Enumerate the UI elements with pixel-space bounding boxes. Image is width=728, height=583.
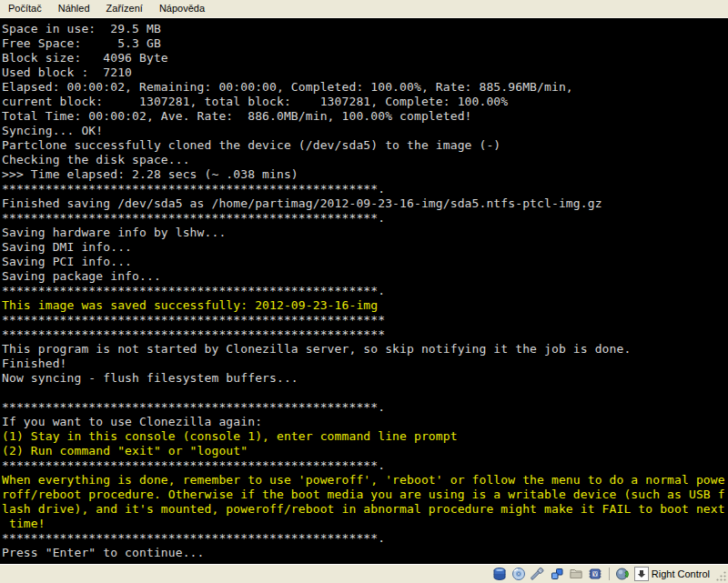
terminal-line: Finished saving /dev/sda5 as /home/parti… <box>2 196 728 211</box>
terminal-line: ****************************************… <box>2 531 728 546</box>
terminal-line: Saving DMI info... <box>2 240 728 255</box>
terminal-line: ****************************************… <box>2 182 728 196</box>
terminal-line: ****************************************… <box>2 284 728 298</box>
vm-console-screen[interactable]: Space in use: 29.5 MBFree Space: 5.3 GBB… <box>0 18 728 564</box>
terminal-line: This program is not started by Clonezill… <box>2 342 728 357</box>
terminal-line: (1) Stay in this console (console 1), en… <box>2 429 728 444</box>
terminal-line: Saving PCI info... <box>2 255 728 269</box>
svg-text:V: V <box>593 571 597 577</box>
menu-bar: Počítač Náhled Zařízení Nápověda <box>0 0 728 18</box>
status-bar-separator <box>609 568 610 580</box>
terminal-line: Syncing... OK! <box>2 124 728 138</box>
hard-disk-icon[interactable] <box>492 567 508 581</box>
shared-folders-icon[interactable] <box>569 567 584 581</box>
terminal-line: time! <box>2 517 728 531</box>
usb-device-icon[interactable] <box>531 567 546 581</box>
terminal-line <box>2 386 728 400</box>
network-adapter-icon[interactable] <box>550 567 565 581</box>
terminal-line: Elapsed: 00:00:02, Remaining: 00:00:00, … <box>2 80 728 95</box>
terminal-line: >>> Time elapsed: 2.28 secs (~ .038 mins… <box>2 167 728 182</box>
terminal-line: ****************************************… <box>2 313 728 327</box>
terminal-line: When everything is done, remember to use… <box>2 473 728 488</box>
terminal-line: Saving package info... <box>2 269 728 284</box>
virtualization-chip-icon[interactable]: V <box>588 567 603 581</box>
terminal-line: ****************************************… <box>2 400 728 415</box>
terminal-line: This image was saved successfully: 2012-… <box>2 298 728 313</box>
terminal-line: (2) Run command "exit" or "logout" <box>2 444 728 458</box>
terminal-line: current block: 1307281, total block: 130… <box>2 95 728 109</box>
menu-computer[interactable]: Počítač <box>0 0 50 17</box>
terminal-line: lash drive), and it's mounted, poweroff/… <box>2 502 728 517</box>
menu-view[interactable]: Náhled <box>50 0 98 17</box>
optical-disc-icon[interactable] <box>511 567 527 581</box>
terminal-line: Press "Enter" to continue... <box>2 546 728 560</box>
terminal-line: Partclone successfully cloned the device… <box>2 138 728 153</box>
auto-resize-icon[interactable] <box>615 567 631 581</box>
terminal-line: Used block : 7210 <box>2 65 728 80</box>
terminal-line: Checking the disk space... <box>2 153 728 167</box>
menu-devices[interactable]: Zařízení <box>98 0 151 17</box>
host-key-state-icon[interactable] <box>634 567 649 581</box>
virtualbox-vm-window: Počítač Náhled Zařízení Nápověda Space i… <box>0 0 728 583</box>
terminal-line: Total Time: 00:00:02, Ave. Rate: 886.0MB… <box>2 109 728 124</box>
status-bar: V Right Control <box>0 564 728 583</box>
host-key-label: Right Control <box>652 568 710 579</box>
terminal-line: Space in use: 29.5 MB <box>2 22 728 36</box>
terminal-line: roff/reboot procedure. Otherwise if the … <box>2 488 728 502</box>
terminal-line: Now syncing - flush filesystem buffers..… <box>2 371 728 386</box>
terminal-line: ****************************************… <box>2 327 728 342</box>
menu-help[interactable]: Nápověda <box>151 0 213 17</box>
terminal-line: Finished! <box>2 357 728 371</box>
terminal-line: Saving hardware info by lshw... <box>2 226 728 240</box>
window-resize-grip[interactable] <box>715 570 727 582</box>
terminal-line: If you want to use Clonezilla again: <box>2 415 728 429</box>
terminal-line: Free Space: 5.3 GB <box>2 36 728 51</box>
terminal-line: ****************************************… <box>2 458 728 473</box>
terminal-line: ****************************************… <box>2 211 728 226</box>
terminal-line: Block size: 4096 Byte <box>2 51 728 65</box>
